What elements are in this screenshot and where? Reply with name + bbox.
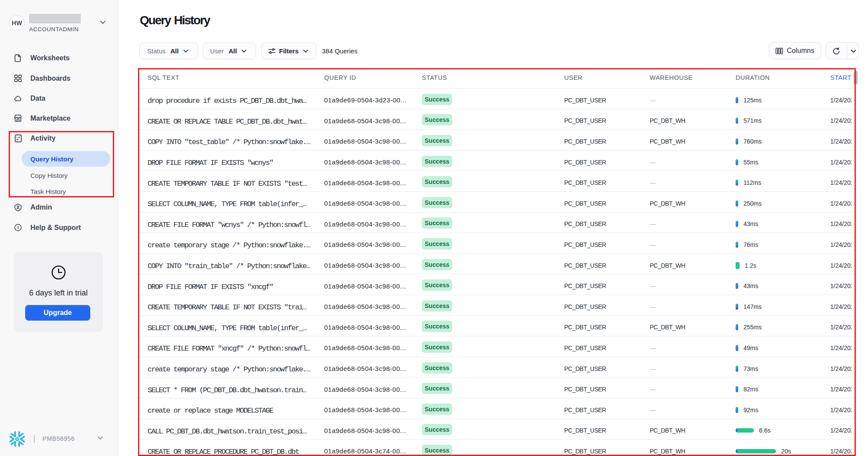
svg-text:?: ? bbox=[16, 225, 19, 230]
